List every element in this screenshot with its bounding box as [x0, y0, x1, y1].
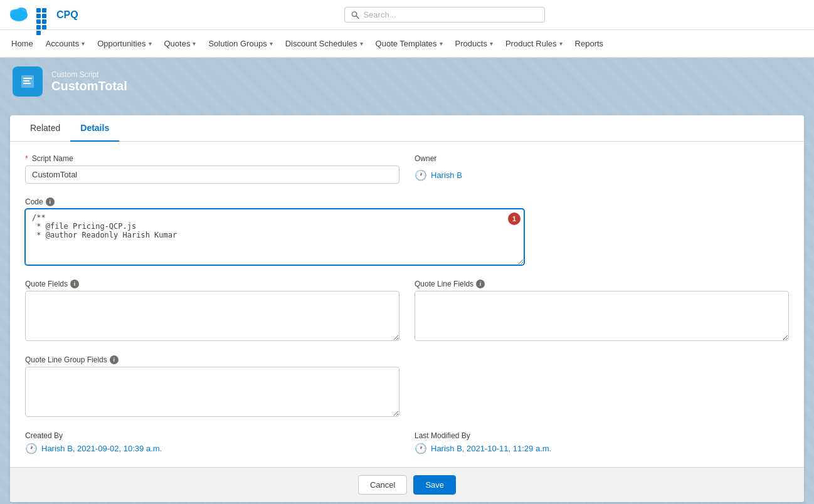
record-card: Related Details * Script Name Own — [10, 115, 804, 502]
cancel-button[interactable]: Cancel — [358, 475, 407, 495]
code-field: Code i /** * @file Pricing-QCP.js * @aut… — [25, 197, 524, 267]
script-name-field: * Script Name — [25, 154, 399, 185]
nav-item-quote-templates[interactable]: Quote Templates ▾ — [369, 30, 449, 58]
record-icon — [13, 66, 43, 97]
quote-fields-field: Quote Fields i — [25, 280, 399, 343]
chevron-down-icon: ▾ — [440, 40, 443, 47]
form-row-group-fields: Quote Line Group Fields i — [25, 355, 789, 419]
app-launcher-icon[interactable] — [36, 8, 50, 22]
salesforce-logo[interactable] — [8, 3, 30, 27]
script-name-label: * Script Name — [25, 154, 399, 163]
created-by-field: Created By 🕐 Harish B, 2021-09-02, 10:39… — [25, 431, 399, 454]
main-content: Related Details * Script Name Own — [0, 105, 814, 504]
top-bar: CPQ — [0, 0, 814, 30]
last-modified-value: 🕐 Harish B, 2021-10-11, 11:29 a.m. — [415, 443, 789, 454]
nav-item-quotes[interactable]: Quotes ▾ — [158, 30, 203, 58]
quote-fields-textarea[interactable] — [25, 291, 399, 341]
quote-line-fields-field: Quote Line Fields i — [415, 280, 789, 343]
last-modified-by-field: Last Modified By 🕐 Harish B, 2021-10-11,… — [415, 431, 789, 454]
quote-fields-label: Quote Fields i — [25, 280, 399, 288]
tab-related[interactable]: Related — [20, 115, 70, 142]
nav-item-product-rules[interactable]: Product Rules ▾ — [499, 30, 569, 58]
nav-item-products[interactable]: Products ▾ — [449, 30, 499, 58]
nav-bar: Home Accounts ▾ Opportunities ▾ Quotes ▾… — [0, 30, 814, 58]
svg-rect-10 — [23, 83, 31, 84]
record-banner: Custom Script CustomTotal — [0, 58, 814, 105]
search-icon — [351, 11, 359, 19]
owner-spacer — [539, 197, 789, 267]
svg-line-6 — [356, 16, 359, 18]
created-by-label: Created By — [25, 431, 399, 440]
owner-label: Owner — [415, 154, 789, 163]
record-name: CustomTotal — [51, 79, 127, 93]
record-title-area: Custom Script CustomTotal — [51, 70, 127, 93]
quote-line-group-fields-label: Quote Line Group Fields i — [25, 355, 399, 364]
code-textarea[interactable]: /** * @file Pricing-QCP.js * @author Rea… — [25, 209, 524, 265]
tabs-row: Related Details — [10, 115, 804, 142]
chevron-down-icon: ▾ — [193, 40, 196, 47]
created-by-value: 🕐 Harish B, 2021-09-02, 10:39 a.m. — [25, 443, 399, 454]
search-bar — [83, 7, 806, 23]
user-icon: 🕐 — [415, 169, 427, 181]
svg-point-3 — [20, 12, 28, 18]
created-user-icon: 🕐 — [25, 443, 38, 454]
owner-value[interactable]: Harish B — [431, 171, 462, 180]
tab-details[interactable]: Details — [70, 115, 119, 142]
script-name-input[interactable] — [25, 165, 399, 184]
nav-item-discount-schedules[interactable]: Discount Schedules ▾ — [279, 30, 369, 58]
app-label: CPQ — [56, 9, 78, 21]
svg-rect-9 — [23, 80, 29, 81]
chevron-down-icon: ▾ — [360, 40, 363, 47]
nav-item-accounts[interactable]: Accounts ▾ — [40, 30, 91, 58]
quote-line-group-textarea[interactable] — [25, 367, 399, 417]
last-modified-label: Last Modified By — [415, 431, 789, 440]
code-field-wrap: /** * @file Pricing-QCP.js * @author Rea… — [25, 209, 524, 267]
footer-row: Cancel Save — [10, 467, 804, 502]
nav-item-reports[interactable]: Reports — [569, 30, 610, 58]
quote-line-fields-label: Quote Line Fields i — [415, 280, 789, 288]
chevron-down-icon: ▾ — [82, 40, 85, 47]
nav-item-opportunities[interactable]: Opportunities ▾ — [91, 30, 157, 58]
nav-item-home[interactable]: Home — [5, 30, 40, 58]
chevron-down-icon: ▾ — [149, 40, 152, 47]
chevron-down-icon: ▾ — [559, 40, 563, 47]
chevron-down-icon: ▾ — [490, 40, 493, 47]
owner-field: Owner 🕐 Harish B — [415, 154, 789, 185]
nav-item-solution-groups[interactable]: Solution Groups ▾ — [202, 30, 278, 58]
svg-rect-8 — [23, 78, 32, 79]
search-input[interactable] — [363, 10, 538, 19]
owner-display: 🕐 Harish B — [415, 165, 789, 185]
code-label: Code i — [25, 197, 524, 206]
quote-line-group-fields-field: Quote Line Group Fields i — [25, 355, 399, 419]
record-subtitle: Custom Script — [51, 70, 127, 79]
form-body: * Script Name Owner 🕐 Harish B — [10, 142, 804, 467]
quote-line-fields-info-icon[interactable]: i — [476, 280, 485, 288]
timestamps-row: Created By 🕐 Harish B, 2021-09-02, 10:39… — [25, 431, 789, 454]
form-row-name-owner: * Script Name Owner 🕐 Harish B — [25, 154, 789, 185]
quote-line-group-info-icon[interactable]: i — [110, 355, 119, 364]
save-button[interactable]: Save — [413, 475, 456, 495]
code-info-icon[interactable]: i — [46, 197, 55, 206]
quote-fields-info-icon[interactable]: i — [70, 280, 79, 288]
quote-line-fields-textarea[interactable] — [415, 291, 789, 341]
form-row-quote-fields: Quote Fields i Quote Line Fields i — [25, 280, 789, 343]
modified-user-icon: 🕐 — [415, 443, 427, 454]
group-fields-spacer — [415, 355, 789, 419]
chevron-down-icon: ▾ — [270, 40, 273, 47]
form-row-code: Code i /** * @file Pricing-QCP.js * @aut… — [25, 197, 789, 267]
